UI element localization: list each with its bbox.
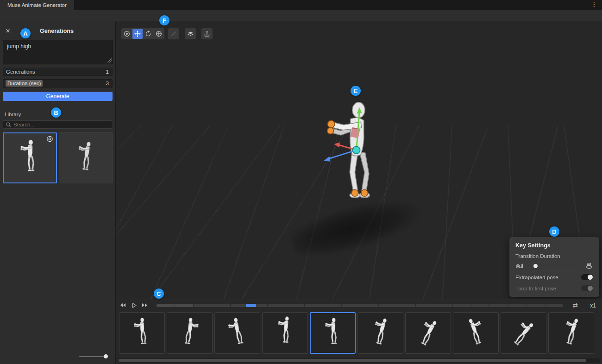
viewport-toolbar	[121, 28, 213, 39]
frame-strip	[119, 312, 602, 357]
library-items: ◎	[3, 132, 113, 183]
frame-9[interactable]	[501, 312, 546, 354]
duration-field[interactable]: Duration (sec) 3	[3, 79, 113, 88]
tab-title: Muse Animate Generator	[7, 2, 67, 8]
annotation-badge-e: E	[351, 86, 361, 96]
field-value[interactable]: 3	[106, 81, 112, 86]
library-generation-1[interactable]: ◎	[3, 132, 57, 183]
character-mannequin[interactable]	[319, 98, 393, 218]
rewind-icon	[119, 302, 126, 308]
annotation-badge-c: C	[154, 289, 164, 299]
prompt-input[interactable]: jump high	[3, 40, 113, 64]
transition-duration-slider	[515, 263, 593, 269]
scrollbar-thumb[interactable]	[119, 359, 586, 362]
record-icon: ◎	[47, 135, 53, 142]
tab-bar: Muse Animate Generator ⋮	[0, 0, 602, 10]
transition-duration-label: Transition Duration	[515, 253, 593, 259]
library-generation-2[interactable]	[59, 132, 113, 183]
frame-7[interactable]	[405, 312, 451, 354]
annotation-badge-a: A	[20, 28, 31, 38]
timeline-scrubber[interactable]	[157, 304, 563, 307]
extrapolated-pose-row: Extrapolated pose	[515, 274, 593, 280]
field-value[interactable]: 1	[106, 69, 112, 75]
resize-grip-icon[interactable]	[107, 58, 112, 63]
search-wrap	[3, 120, 113, 129]
extrapolated-pose-toggle[interactable]	[581, 274, 593, 280]
tab-muse-animate-generator[interactable]: Muse Animate Generator	[0, 0, 74, 10]
transform-tool-group	[121, 28, 164, 39]
playhead[interactable]	[246, 304, 256, 307]
ring-select-tool[interactable]	[122, 29, 132, 39]
draw-tool[interactable]	[168, 28, 179, 39]
layers-icon	[187, 31, 194, 37]
fast-rabbit-icon	[585, 263, 593, 269]
frame-3[interactable]	[214, 312, 260, 354]
panel-title: Generations	[40, 28, 74, 34]
thumbnail-size-slider[interactable]	[79, 354, 108, 359]
hip-effector	[353, 146, 360, 154]
frame-10[interactable]	[548, 312, 594, 354]
window-menu-icon[interactable]: ⋮	[586, 0, 602, 10]
right-foot-effector	[361, 189, 368, 196]
slow-snail-icon	[515, 263, 523, 269]
field-label: Generations	[3, 69, 35, 75]
panel-header: × Generations	[0, 21, 115, 39]
key-settings-title: Key Settings	[515, 242, 593, 249]
play-button[interactable]	[131, 302, 137, 308]
loop-first-pose-label: Loop to first pose	[515, 286, 556, 291]
move-icon	[134, 31, 141, 37]
frame-4[interactable]	[262, 312, 308, 354]
prompt-wrap: jump high	[0, 40, 115, 64]
header-strip	[0, 10, 602, 21]
generations-count-field[interactable]: Generations 1	[3, 68, 113, 76]
loop-first-pose-row: Loop to first pose	[515, 285, 593, 291]
draw-disabled-icon	[170, 31, 177, 37]
frame-1[interactable]	[119, 312, 165, 354]
transition-slider-knob[interactable]	[533, 264, 538, 268]
layers-tool[interactable]	[185, 28, 196, 39]
library-search-input[interactable]	[3, 120, 113, 129]
slider-knob[interactable]	[104, 354, 108, 358]
play-icon	[131, 302, 137, 308]
left-foot-effector	[351, 189, 358, 196]
search-icon	[6, 122, 12, 128]
frame-5[interactable]	[310, 312, 356, 354]
right-hand-effector	[327, 127, 334, 134]
close-icon[interactable]: ×	[6, 28, 10, 34]
muse-animate-window: Muse Animate Generator ⋮ × Generations j…	[0, 0, 602, 364]
loop-first-pose-toggle[interactable]	[581, 285, 593, 291]
loop-playback-icon[interactable]: ⇄	[572, 301, 578, 309]
horizontal-scrollbar[interactable]	[118, 358, 600, 363]
field-label: Duration (sec)	[6, 80, 43, 87]
rewind-button[interactable]	[119, 302, 126, 308]
playback-speed-label[interactable]: x1	[590, 302, 596, 309]
timeline-ticks	[157, 304, 563, 307]
timeline-panel: ⇄ x1	[116, 299, 602, 364]
slider-track[interactable]	[527, 264, 582, 268]
fast-forward-button[interactable]	[141, 302, 148, 308]
universal-manipulator-icon	[156, 31, 162, 37]
fast-forward-icon	[141, 302, 148, 308]
annotation-badge-b: B	[51, 107, 61, 118]
move-tool[interactable]	[132, 29, 143, 39]
rotate-tool[interactable]	[143, 29, 153, 39]
annotation-badge-f: F	[159, 15, 169, 25]
generations-panel: × Generations jump high Generations 1 Du…	[0, 21, 116, 364]
export-tool[interactable]	[201, 28, 213, 39]
slider-track	[79, 356, 106, 357]
export-icon	[204, 31, 210, 37]
scene-viewport[interactable]: Key Settings Transition Duration	[116, 21, 602, 299]
generate-button[interactable]: Generate	[3, 92, 113, 101]
frame-8[interactable]	[453, 312, 499, 354]
key-settings-panel: Key Settings Transition Duration	[509, 237, 599, 297]
extrapolated-pose-label: Extrapolated pose	[515, 275, 558, 280]
rotate-icon	[145, 31, 151, 37]
universal-manipulator-tool[interactable]	[154, 29, 164, 39]
ring-select-icon	[124, 31, 130, 37]
frame-6[interactable]	[357, 312, 403, 354]
frame-2[interactable]	[167, 312, 213, 354]
left-hand-effector	[328, 120, 335, 127]
playback-controls: ⇄ x1	[116, 299, 602, 312]
annotation-badge-d: D	[549, 226, 559, 237]
